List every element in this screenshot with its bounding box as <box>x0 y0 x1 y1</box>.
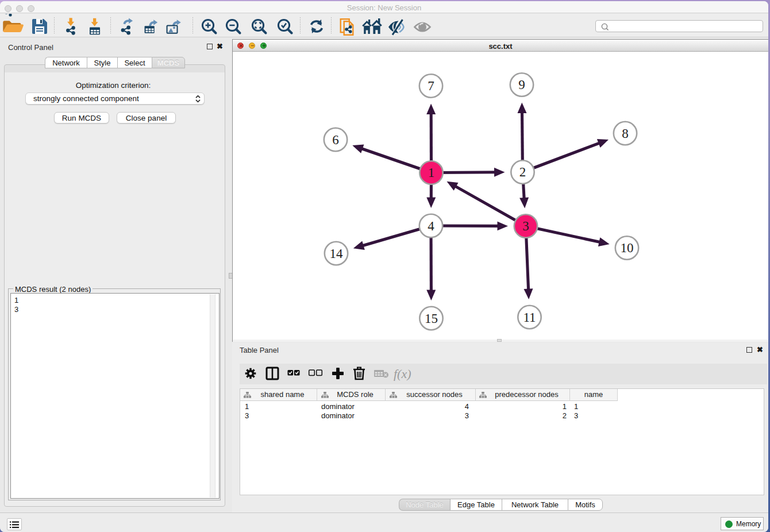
svg-text:3: 3 <box>522 219 529 233</box>
svg-text:2: 2 <box>519 165 526 179</box>
svg-text:10: 10 <box>621 241 634 255</box>
svg-text:f(x): f(x) <box>394 367 411 381</box>
svg-text:7: 7 <box>428 79 434 93</box>
svg-text:6: 6 <box>332 133 339 147</box>
svg-text:9: 9 <box>518 78 525 92</box>
svg-text:1: 1 <box>428 165 435 180</box>
svg-text:15: 15 <box>425 311 438 326</box>
svg-text:4: 4 <box>428 219 434 233</box>
svg-text:14: 14 <box>330 246 344 261</box>
svg-text:8: 8 <box>622 126 629 141</box>
svg-text:11: 11 <box>523 310 536 325</box>
